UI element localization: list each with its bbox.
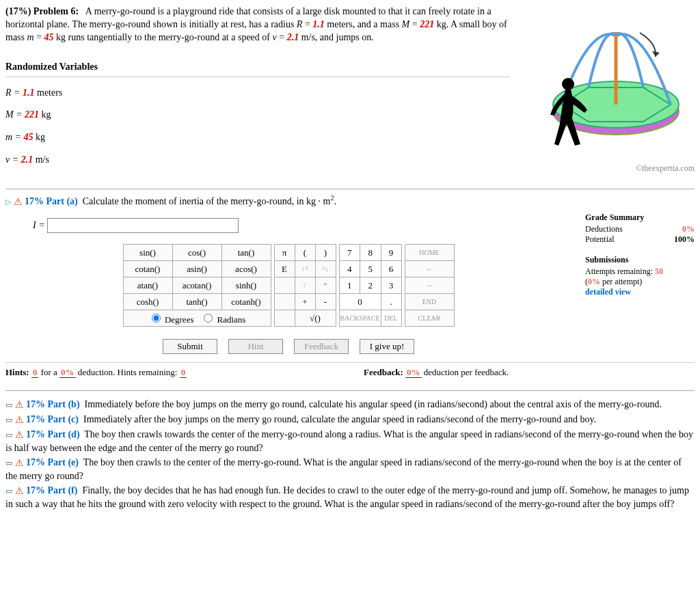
part-d: ▭ ⚠ 17% Part (d) The boy then crawls tow… [5,428,695,455]
merry-go-round-image: ©theexpertta.com [517,5,695,176]
key-acotan[interactable]: acotan() [172,277,221,294]
submissions-title: Submissions [585,255,695,265]
submit-button[interactable]: Submit [163,339,217,354]
function-keypad: sin() cos() tan() cotan() asin() acos() … [123,244,271,327]
key-acos[interactable]: acos() [221,261,271,277]
var-M: M = 221 kg [5,109,510,122]
key-blank2 [274,294,295,310]
key-minus[interactable]: - [315,294,336,310]
svg-marker-5 [652,51,660,57]
answer-label: I = [33,220,47,230]
detailed-view-link[interactable]: detailed view [585,287,695,297]
alert-icon: ⚠ [15,486,24,496]
key-asin[interactable]: asin() [172,261,221,277]
key-home[interactable]: HOME [405,245,454,261]
feedback-info: Feedback: 0% deduction per feedback. [364,367,695,378]
alert-icon: ⚠ [15,400,24,410]
collapse-icon[interactable]: ▭ [5,431,12,439]
key-cotan[interactable]: cotan() [123,261,172,277]
radians-radio[interactable]: Radians [200,314,245,325]
expand-icon[interactable]: ▷ [5,198,11,206]
degrees-radio[interactable]: Degrees [148,314,194,325]
part-a-header: ▷ ⚠ 17% Part (a) Calculate the moment of… [5,193,695,208]
key-up[interactable]: ↑^ [295,261,315,277]
key-2[interactable]: 2 [360,277,381,294]
key-rparen[interactable]: ) [315,245,336,261]
key-sqrt[interactable]: √() [295,310,336,327]
var-R: R = 1.1 meters [5,87,510,100]
part-b: ▭ ⚠ 17% Part (b) Immediately before the … [5,398,695,412]
var-m: m = 45 kg [5,131,510,144]
key-5[interactable]: 5 [360,261,381,277]
alert-icon: ⚠ [15,415,24,425]
grade-sidebar: Grade Summary Deductions 0% Potential 10… [585,213,695,359]
part-c: ▭ ⚠ 17% Part (c) Immediately after the b… [5,413,695,427]
key-dot[interactable]: . [381,294,401,310]
alert-icon: ⚠ [15,458,24,468]
collapse-icon[interactable]: ▭ [5,416,12,424]
hint-button[interactable]: Hint [228,339,283,354]
key-cotanh[interactable]: cotanh() [221,294,271,310]
key-atan[interactable]: atan() [123,277,172,294]
key-lparen[interactable]: ( [295,245,315,261]
answer-input[interactable] [47,218,239,233]
randomized-title: Randomized Variables [5,61,510,74]
key-slash[interactable]: / [295,277,315,294]
problem-statement: (17%) Problem 6: A merry-go-round is a p… [5,5,510,176]
key-sin[interactable]: sin() [123,245,172,261]
alert-icon: ⚠ [14,197,23,207]
part-f: ▭ ⚠ 17% Part (f) Finally, the boy decide… [5,484,695,511]
key-1[interactable]: 1 [339,277,360,294]
key-8[interactable]: 8 [360,245,381,261]
svg-point-6 [562,78,574,90]
alert-icon: ⚠ [15,430,24,440]
grade-title: Grade Summary [585,213,695,223]
key-clear[interactable]: CLEAR [405,310,454,327]
key-tan[interactable]: tan() [221,245,271,261]
key-cos[interactable]: cos() [172,245,221,261]
collapse-icon[interactable]: ▭ [5,400,12,409]
key-right[interactable]: → [405,277,454,294]
key-E[interactable]: E [274,261,295,277]
feedback-button[interactable]: Feedback [294,339,349,354]
key-blank3 [274,310,295,327]
key-pi[interactable]: π [274,245,295,261]
key-6[interactable]: 6 [381,261,401,277]
collapse-icon[interactable]: ▭ [5,459,12,467]
key-down[interactable]: ^↓ [315,261,336,277]
problem-weight: (17%) [5,6,31,16]
key-tanh[interactable]: tanh() [172,294,221,310]
key-plus[interactable]: + [295,294,315,310]
key-cosh[interactable]: cosh() [123,294,172,310]
key-del[interactable]: DEL [381,310,401,327]
key-7[interactable]: 7 [339,245,360,261]
hints-info: Hints: 0 for a 0% deduction. Hints remai… [5,367,336,378]
key-9[interactable]: 9 [381,245,401,261]
key-blank1 [274,277,295,294]
key-sinh[interactable]: sinh() [221,277,271,294]
part-e: ▭ ⚠ 17% Part (e) The boy then crawls to … [5,456,695,483]
answer-row: I = [33,218,571,233]
angle-mode: Degrees Radians [123,310,271,327]
key-backspace[interactable]: BACKSPACE [339,310,381,327]
key-3[interactable]: 3 [381,277,401,294]
key-end[interactable]: END [405,294,454,310]
var-v: v = 2.1 m/s [5,154,510,167]
collapse-icon[interactable]: ▭ [5,487,12,495]
key-4[interactable]: 4 [339,261,360,277]
copyright-text: ©theexpertta.com [636,163,695,174]
key-left[interactable]: ← [405,261,454,277]
giveup-button[interactable]: I give up! [360,339,414,354]
key-star[interactable]: * [315,277,336,294]
key-0[interactable]: 0 [339,294,381,310]
problem-label: Problem 6: [33,6,79,16]
